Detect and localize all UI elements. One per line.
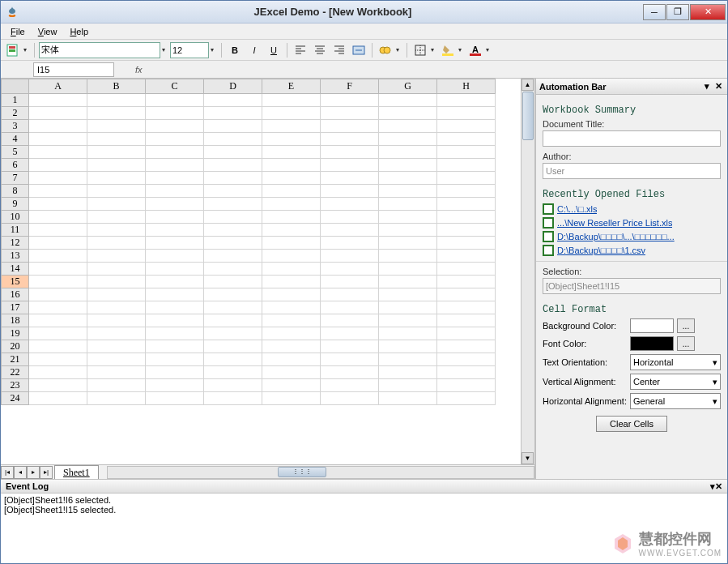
- cell-C5[interactable]: [146, 146, 204, 159]
- cell-E20[interactable]: [262, 340, 321, 353]
- cell-C10[interactable]: [146, 211, 204, 224]
- cell-H24[interactable]: [437, 392, 496, 405]
- cell-F18[interactable]: [321, 314, 379, 327]
- cell-E14[interactable]: [262, 263, 321, 276]
- cell-D11[interactable]: [204, 224, 262, 237]
- tab-sheet1[interactable]: Sheet1: [54, 465, 99, 480]
- menu-view[interactable]: View: [32, 25, 64, 38]
- cell-A12[interactable]: [29, 237, 87, 250]
- cell-E7[interactable]: [262, 172, 321, 185]
- cell-A9[interactable]: [29, 198, 87, 211]
- cell-C13[interactable]: [146, 250, 204, 263]
- cell-B16[interactable]: [87, 288, 146, 301]
- font-color-more-button[interactable]: ...: [677, 336, 695, 351]
- cell-G18[interactable]: [379, 314, 437, 327]
- minimize-button[interactable]: ─: [643, 4, 666, 20]
- row-header-8[interactable]: 8: [2, 185, 29, 198]
- hscroll-thumb[interactable]: ⋮⋮⋮: [278, 467, 326, 477]
- cell-C8[interactable]: [146, 185, 204, 198]
- cell-G20[interactable]: [379, 340, 437, 353]
- cell-C9[interactable]: [146, 198, 204, 211]
- scroll-up-icon[interactable]: ▲: [522, 79, 534, 91]
- cell-H22[interactable]: [437, 366, 496, 379]
- cell-H12[interactable]: [437, 237, 496, 250]
- cell-B3[interactable]: [87, 120, 146, 133]
- col-header-F[interactable]: F: [321, 79, 379, 94]
- cell-E24[interactable]: [262, 392, 321, 405]
- recent-file-link-0[interactable]: C:\...\□.xls: [557, 204, 597, 214]
- cell-B13[interactable]: [87, 250, 146, 263]
- cell-E13[interactable]: [262, 250, 321, 263]
- cell-E19[interactable]: [262, 327, 321, 340]
- size-dropdown-icon[interactable]: ▾: [211, 46, 217, 53]
- align-center-button[interactable]: [311, 41, 329, 59]
- cell-B22[interactable]: [87, 366, 146, 379]
- row-header-10[interactable]: 10: [2, 211, 29, 224]
- cell-H13[interactable]: [437, 250, 496, 263]
- valign-select[interactable]: Center▾: [630, 374, 721, 390]
- bg-color-more-button[interactable]: ...: [677, 318, 695, 333]
- cell-F4[interactable]: [321, 133, 379, 146]
- cell-A16[interactable]: [29, 288, 87, 301]
- cell-E12[interactable]: [262, 237, 321, 250]
- cell-F10[interactable]: [321, 211, 379, 224]
- cell-B1[interactable]: [87, 94, 146, 107]
- cell-D8[interactable]: [204, 185, 262, 198]
- select-all-corner[interactable]: [2, 79, 29, 94]
- cell-A19[interactable]: [29, 327, 87, 340]
- cell-G7[interactable]: [379, 172, 437, 185]
- cell-A13[interactable]: [29, 250, 87, 263]
- tab-prev-button[interactable]: ◂: [14, 466, 27, 479]
- font-color-swatch[interactable]: [630, 336, 674, 351]
- cell-G15[interactable]: [379, 276, 437, 288]
- cell-B4[interactable]: [87, 133, 146, 146]
- cell-F14[interactable]: [321, 263, 379, 276]
- cell-A1[interactable]: [29, 94, 87, 107]
- cell-D15[interactable]: [204, 276, 262, 288]
- cell-G23[interactable]: [379, 379, 437, 392]
- align-right-button[interactable]: [330, 41, 348, 59]
- cell-B12[interactable]: [87, 237, 146, 250]
- cell-B19[interactable]: [87, 327, 146, 340]
- cell-E6[interactable]: [262, 159, 321, 172]
- row-header-1[interactable]: 1: [2, 94, 29, 107]
- cell-A6[interactable]: [29, 159, 87, 172]
- row-header-2[interactable]: 2: [2, 107, 29, 120]
- cell-D16[interactable]: [204, 288, 262, 301]
- borders-dropdown-icon[interactable]: ▾: [431, 46, 437, 53]
- font-size-select[interactable]: [170, 42, 209, 58]
- borders-button[interactable]: [411, 41, 429, 59]
- name-box[interactable]: I15: [33, 62, 114, 77]
- cell-F16[interactable]: [321, 288, 379, 301]
- cell-C15[interactable]: [146, 276, 204, 288]
- cell-G12[interactable]: [379, 237, 437, 250]
- italic-button[interactable]: I: [245, 41, 263, 59]
- cell-B9[interactable]: [87, 198, 146, 211]
- fill-color-button[interactable]: [439, 41, 457, 59]
- cell-F13[interactable]: [321, 250, 379, 263]
- cell-C4[interactable]: [146, 133, 204, 146]
- cell-G19[interactable]: [379, 327, 437, 340]
- cell-B8[interactable]: [87, 185, 146, 198]
- cell-E3[interactable]: [262, 120, 321, 133]
- cell-C20[interactable]: [146, 340, 204, 353]
- cell-B24[interactable]: [87, 392, 146, 405]
- cell-A10[interactable]: [29, 211, 87, 224]
- cell-A23[interactable]: [29, 379, 87, 392]
- cell-B10[interactable]: [87, 211, 146, 224]
- cell-H7[interactable]: [437, 172, 496, 185]
- cell-G22[interactable]: [379, 366, 437, 379]
- cell-D23[interactable]: [204, 379, 262, 392]
- spreadsheet-grid[interactable]: ABCDEFGH12345678910111213141516171819202…: [1, 79, 521, 464]
- row-header-16[interactable]: 16: [2, 288, 29, 301]
- cell-B15[interactable]: [87, 276, 146, 288]
- cell-E9[interactable]: [262, 198, 321, 211]
- cell-B11[interactable]: [87, 224, 146, 237]
- cell-F23[interactable]: [321, 379, 379, 392]
- cell-F7[interactable]: [321, 172, 379, 185]
- cell-A22[interactable]: [29, 366, 87, 379]
- cell-G2[interactable]: [379, 107, 437, 120]
- cell-F8[interactable]: [321, 185, 379, 198]
- cell-C18[interactable]: [146, 314, 204, 327]
- panel-close-icon[interactable]: ✕: [713, 81, 724, 92]
